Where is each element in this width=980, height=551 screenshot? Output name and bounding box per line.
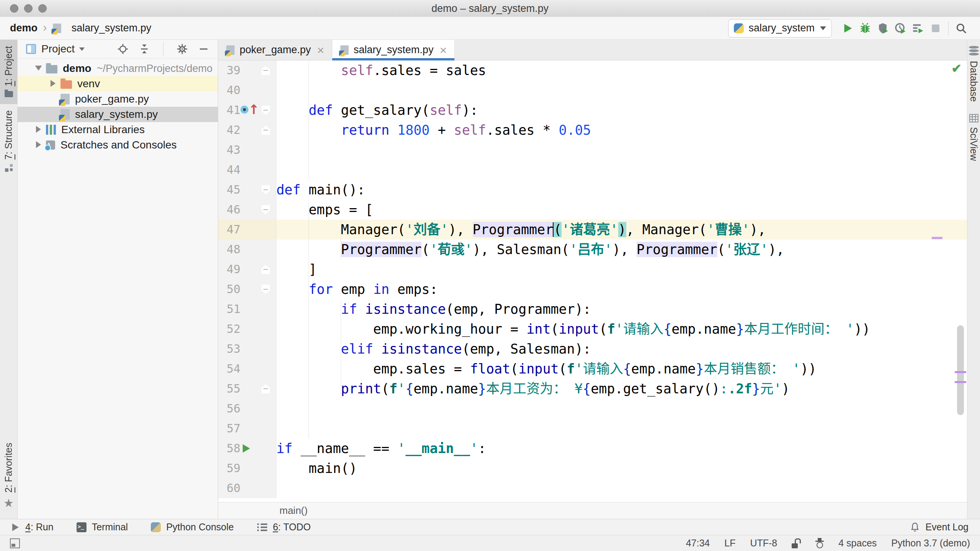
fold-marker-icon[interactable] [256,200,276,220]
run-configuration-select[interactable]: salary_system [728,19,832,37]
toolbar-run-button[interactable] [839,20,856,37]
toolbar-profile-button[interactable] [892,20,909,37]
stripe-button-structure[interactable]: 7: Structure [0,104,17,178]
minimize-window-button[interactable] [24,4,33,13]
line-number[interactable]: 48 [218,240,240,259]
toolbar-search-everywhere-button[interactable] [952,20,970,37]
tool-window-button-terminal[interactable]: Terminal [77,522,128,533]
code-text[interactable] [276,419,967,439]
line-number[interactable]: 59 [218,458,240,478]
status-python-interpreter[interactable]: Python 3.7 (demo) [891,538,970,549]
breadcrumb-element[interactable]: main() [279,505,308,517]
code-text[interactable]: for emp in emps: [276,279,967,299]
fold-marker-icon[interactable] [256,180,276,200]
project-panel-title[interactable]: Project [41,43,75,55]
code-text[interactable]: return 1800 + self.sales * 0.05 [276,120,967,140]
editor-scrollbar[interactable] [957,325,964,415]
code-text[interactable]: emp.sales = float(input(f'请输入{emp.name}本… [276,359,967,379]
code-text[interactable]: Manager('刘备'), Programmer('诸葛亮'), Manage… [276,220,967,240]
code-text[interactable]: self.sales = sales [276,60,967,80]
locate-button[interactable] [116,42,129,55]
code-text[interactable]: main() [276,458,967,478]
code-text[interactable]: emp.working_hour = int(input(f'请输入{emp.n… [276,319,967,339]
project-item-poker-game[interactable]: poker_game.py [18,91,218,107]
project-item-demo[interactable]: demo~/PycharmProjects/demo [18,61,218,76]
tool-window-button-python-console[interactable]: Python Console [151,522,234,533]
code-text[interactable]: emps = [ [276,200,967,220]
project-item-external-libraries[interactable]: External Libraries [18,122,218,137]
expand-arrow-icon[interactable] [33,64,46,73]
stripe-button-project[interactable]: 1: Project [0,40,17,104]
breadcrumb-file[interactable]: salary_system.py [72,22,152,34]
fold-marker-icon[interactable] [256,259,276,279]
code-text[interactable]: def main(): [276,180,967,200]
code-text[interactable]: if __name__ == '__main__': [276,439,967,458]
line-number[interactable]: 47 [218,220,240,240]
tool-window-button-run[interactable]: 4: Run [11,522,54,533]
line-number[interactable]: 46 [218,200,240,220]
settings-button[interactable] [176,42,189,55]
line-number[interactable]: 40 [218,80,240,100]
code-text[interactable]: print(f'{emp.name}本月工资为： ¥{emp.get_salar… [276,379,967,399]
event-log-button[interactable]: Event Log [909,522,969,533]
status-file-encoding[interactable]: UTF-8 [750,538,777,549]
status-indent-style[interactable]: 4 spaces [838,538,877,549]
code-text[interactable] [276,399,967,419]
line-number[interactable]: 50 [218,279,240,299]
toolbar-run-with-coverage-button[interactable] [874,20,892,37]
project-item-venv[interactable]: venv [18,76,218,91]
inspections-ok-icon[interactable]: ✔ [951,61,962,76]
line-number[interactable]: 45 [218,180,240,200]
stripe-button-database[interactable]: Database [967,40,980,108]
code-text[interactable] [276,80,967,100]
toolbar-debug-button[interactable] [856,20,874,37]
line-number[interactable]: 39 [218,60,240,80]
error-stripe-mark[interactable] [955,381,966,383]
code-text[interactable] [276,478,967,498]
line-number[interactable]: 58 [218,439,240,458]
stripe-button-favorites[interactable]: 2: Favorites [0,437,17,515]
project-item-scratches[interactable]: Scratches and Consoles [18,137,218,153]
toolbar-stop-button[interactable] [927,20,944,37]
override-gutter-icon[interactable] [240,100,256,120]
run-gutter-icon[interactable] [240,439,256,458]
inspections-widget-icon[interactable] [815,538,824,548]
code-text[interactable]: ] [276,259,967,279]
line-number[interactable]: 52 [218,319,240,339]
line-number[interactable]: 51 [218,299,240,319]
collapse-all-button[interactable] [138,42,151,55]
tool-window-toggle-icon[interactable] [10,538,20,548]
code-editor[interactable]: 39 self.sales = sales4041 def get_salary… [218,60,967,502]
fold-marker-icon[interactable] [256,120,276,140]
chevron-down-icon[interactable] [79,47,85,51]
project-item-salary-system[interactable]: salary_system.py [18,107,218,122]
fold-marker-icon[interactable] [256,60,276,80]
error-stripe-mark[interactable] [955,371,966,373]
editor-tab-salary-system-py[interactable]: salary_system.py× [332,40,455,60]
line-number[interactable]: 49 [218,259,240,279]
expand-arrow-icon[interactable] [33,125,46,134]
code-text[interactable] [276,160,967,180]
close-tab-icon[interactable]: × [439,46,447,54]
tool-window-button-todo[interactable]: 6: TODO [257,522,311,533]
close-tab-icon[interactable]: × [317,46,324,54]
stripe-button-sciview[interactable]: SciView [967,108,980,167]
code-text[interactable]: def get_salary(self): [276,100,967,120]
fold-marker-icon[interactable] [256,279,276,299]
status-line-separator[interactable]: LF [724,538,735,549]
line-number[interactable]: 60 [218,478,240,498]
line-number[interactable]: 44 [218,160,240,180]
editor-tab-poker-game-py[interactable]: poker_game.py× [218,40,332,60]
code-text[interactable]: if isinstance(emp, Programmer): [276,299,967,319]
code-text[interactable]: elif isinstance(emp, Salesman): [276,339,967,359]
line-number[interactable]: 56 [218,399,240,419]
fold-marker-icon[interactable] [256,379,276,399]
line-number[interactable]: 43 [218,140,240,160]
line-number[interactable]: 42 [218,120,240,140]
line-number[interactable]: 41 [218,100,240,120]
status-caret-position[interactable]: 47:34 [686,538,710,549]
fold-marker-icon[interactable] [256,100,276,120]
line-number[interactable]: 55 [218,379,240,399]
hide-button[interactable] [197,42,210,55]
expand-arrow-icon[interactable] [33,140,46,150]
